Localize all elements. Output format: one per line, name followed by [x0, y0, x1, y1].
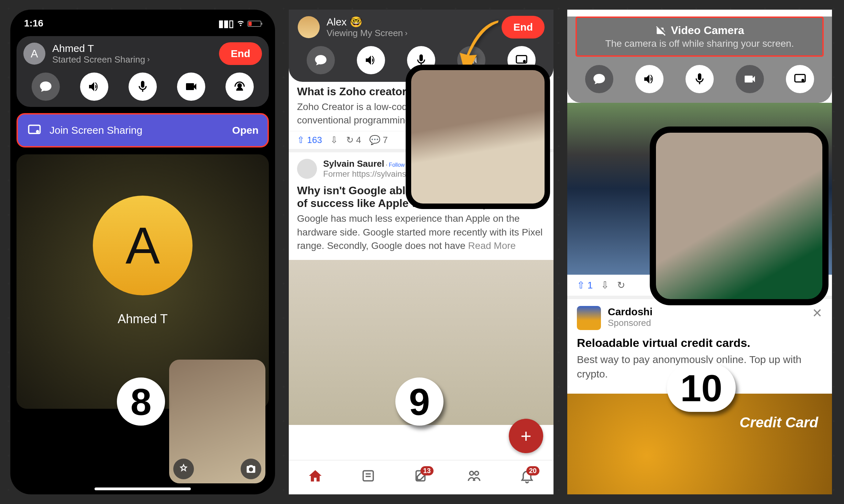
camera-button[interactable]	[736, 65, 764, 93]
ad-headline: Reloadable virtual credit cards.	[577, 336, 822, 350]
screenshot-2: Alex 🤓 Viewing My Screen› End What is Zo…	[289, 10, 553, 494]
tab-spaces[interactable]	[467, 468, 482, 486]
toast-subtitle: The camera is off while sharing your scr…	[587, 38, 812, 49]
self-view-pip[interactable]	[406, 65, 550, 209]
caller-name: Ahmed T	[52, 43, 212, 54]
wifi-icon	[237, 18, 245, 29]
svg-point-8	[470, 471, 473, 475]
svg-point-9	[475, 471, 479, 475]
post-body: Google has much less experience than App…	[289, 212, 553, 256]
answer-badge: 13	[420, 466, 434, 475]
ad-brand-icon	[577, 306, 601, 330]
toast-title: Video Camera	[671, 24, 744, 37]
camera-button[interactable]	[177, 73, 205, 101]
screenshot-1: 1:16 ▮▮▯ A Ahmed T Started Screen Sharin…	[10, 10, 275, 494]
speaker-button[interactable]	[80, 73, 108, 101]
clock: 1:16	[24, 18, 43, 29]
tab-bar: 13 20	[289, 460, 553, 494]
speaker-button[interactable]	[635, 65, 664, 93]
video-camera-toast: Video Camera The camera is off while sha…	[576, 17, 824, 57]
camera-off-icon	[655, 25, 667, 36]
mute-button[interactable]	[129, 73, 157, 101]
tab-following[interactable]	[361, 468, 376, 486]
step-badge: 9	[395, 377, 443, 426]
flip-camera-button[interactable]	[241, 459, 261, 479]
read-more-link[interactable]: Read More	[468, 240, 516, 251]
self-view-pip[interactable]	[650, 127, 829, 305]
upvote-button[interactable]: ⇧ 163	[297, 135, 322, 145]
end-call-button[interactable]: End	[219, 42, 262, 65]
call-banner: Video Camera The camera is off while sha…	[567, 17, 832, 103]
chevron-right-icon: ›	[147, 55, 150, 64]
svg-point-1	[36, 130, 39, 133]
signal-icon: ▮▮▯	[218, 18, 234, 29]
caller-avatar	[298, 16, 320, 38]
screen-share-icon	[27, 123, 42, 138]
tab-notifications[interactable]: 20	[519, 468, 535, 486]
speaker-button[interactable]	[357, 46, 385, 74]
share-button[interactable]: ↻ 4	[346, 135, 361, 145]
self-view-pip[interactable]	[169, 360, 265, 483]
shareplay-button[interactable]	[226, 73, 254, 101]
compose-fab[interactable]: +	[509, 419, 543, 453]
effects-button[interactable]	[173, 459, 194, 479]
open-button[interactable]: Open	[232, 124, 259, 136]
upvote-button[interactable]: ⇧ 1	[577, 280, 593, 291]
author-avatar[interactable]	[297, 159, 317, 179]
tab-home[interactable]	[308, 468, 323, 486]
messages-button[interactable]	[585, 65, 613, 93]
battery-icon	[248, 21, 261, 27]
ad-card-text: Credit Card	[739, 414, 818, 431]
messages-button[interactable]	[32, 73, 60, 101]
ad-sponsored-label: Sponsored	[608, 318, 653, 328]
join-label: Join Screen Sharing	[50, 124, 142, 136]
tab-answer[interactable]: 13	[414, 468, 429, 486]
comment-button[interactable]: 💬 7	[369, 135, 388, 145]
status-bar: 1:16 ▮▮▯	[10, 10, 275, 33]
screenshot-3: Video Camera The camera is off while sha…	[567, 10, 832, 494]
close-ad-button[interactable]: ✕	[812, 306, 822, 320]
participant-name: Ahmed T	[17, 312, 269, 326]
notif-badge: 20	[526, 466, 539, 475]
messages-button[interactable]	[307, 46, 335, 74]
mute-button[interactable]	[686, 65, 714, 93]
share-button[interactable]: ↻	[617, 280, 625, 291]
follow-link[interactable]: Follow	[389, 162, 405, 168]
downvote-button[interactable]: ⇩	[330, 135, 338, 145]
svg-point-11	[801, 79, 804, 81]
ad-brand-name: Cardoshi	[608, 306, 653, 318]
call-status[interactable]: Started Screen Sharing›	[52, 54, 212, 65]
call-banner: A Ahmed T Started Screen Sharing› End	[17, 36, 269, 107]
participant-avatar: A	[93, 196, 193, 295]
step-badge: 10	[667, 364, 736, 412]
author-name[interactable]: Sylvain Saurel	[323, 158, 384, 169]
status-icons: ▮▮▯	[218, 18, 261, 29]
join-screen-sharing-banner[interactable]: Join Screen Sharing Open	[17, 113, 269, 147]
chevron-right-icon: ›	[405, 29, 407, 38]
caller-name: Alex 🤓	[327, 16, 495, 28]
home-indicator[interactable]	[95, 487, 191, 490]
screen-share-button[interactable]	[786, 65, 814, 93]
caller-avatar: A	[23, 43, 45, 65]
author-bio: Former https://sylvainsa…	[323, 169, 419, 179]
step-badge: 8	[117, 377, 165, 426]
downvote-button[interactable]: ⇩	[601, 280, 609, 291]
